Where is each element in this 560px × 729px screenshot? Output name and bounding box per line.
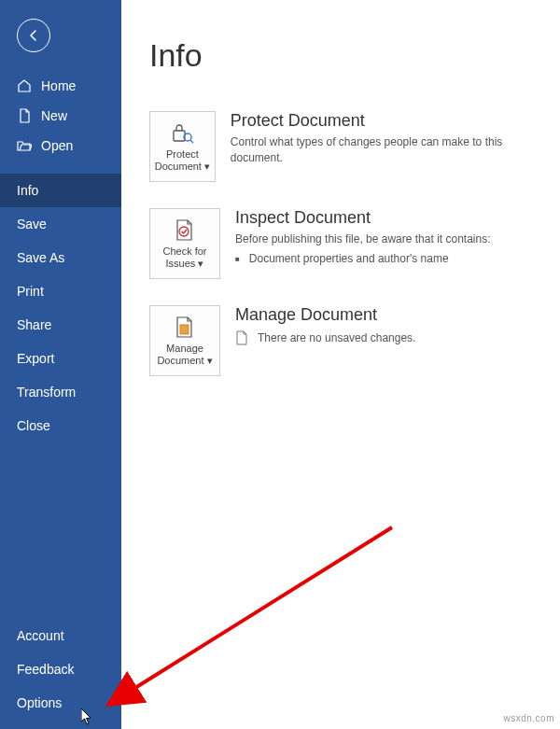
chevron-down-icon: ▾ — [204, 161, 210, 172]
folder-open-icon — [17, 138, 32, 153]
sidebar-item-label: New — [41, 108, 67, 123]
sidebar-item-label: Save — [17, 217, 47, 231]
sidebar-item-label: Export — [17, 351, 54, 366]
inspect-bullet-text: Document properties and author's name — [249, 251, 449, 267]
protect-document-section: Protect Document ▾ Protect Document Cont… — [149, 111, 532, 182]
document-manage-icon — [174, 315, 196, 340]
sidebar-item-label: Save As — [17, 250, 64, 265]
sidebar-item-label: Print — [17, 284, 44, 299]
sidebar-item-info[interactable]: Info — [0, 174, 121, 207]
page-title: Info — [149, 37, 532, 74]
sidebar-item-share[interactable]: Share — [0, 308, 121, 342]
sidebar-item-label: Home — [41, 78, 76, 93]
sidebar-item-label: Feedback — [17, 662, 74, 677]
manage-document-desc: There are no unsaved changes. — [235, 330, 415, 346]
chevron-down-icon: ▾ — [207, 355, 213, 366]
sidebar-item-home[interactable]: Home — [0, 71, 121, 101]
sidebar-item-label: Account — [17, 628, 64, 643]
document-check-icon — [174, 218, 196, 243]
sidebar-item-print[interactable]: Print — [0, 274, 121, 308]
document-small-icon — [235, 330, 248, 345]
protect-document-button[interactable]: Protect Document ▾ — [149, 111, 216, 182]
back-button[interactable] — [17, 19, 50, 52]
sidebar-item-close[interactable]: Close — [0, 409, 121, 442]
sidebar-item-label: Options — [17, 695, 62, 710]
svg-rect-4 — [180, 325, 189, 334]
sidebar-item-account[interactable]: Account — [0, 619, 121, 652]
sidebar-item-label: Open — [41, 138, 73, 153]
document-icon — [17, 108, 32, 123]
sidebar-item-open[interactable]: Open — [0, 131, 121, 161]
sidebar-item-export[interactable]: Export — [0, 342, 121, 375]
watermark-text: wsxdn.com — [503, 713, 554, 723]
sidebar-item-save-as[interactable]: Save As — [0, 241, 121, 274]
sidebar-item-options[interactable]: Options — [0, 686, 121, 720]
sidebar-item-feedback[interactable]: Feedback — [0, 652, 121, 686]
svg-line-2 — [190, 140, 193, 143]
protect-document-title: Protect Document — [231, 111, 532, 131]
manage-document-section: Manage Document ▾ Manage Document There … — [149, 305, 532, 376]
tile-label: Manage Document ▾ — [154, 343, 216, 366]
manage-document-title: Manage Document — [235, 305, 415, 325]
svg-rect-0 — [174, 131, 185, 141]
back-arrow-icon — [26, 28, 41, 43]
sidebar-item-label: Share — [17, 317, 51, 332]
tile-label: Protect Document ▾ — [154, 148, 211, 172]
lock-search-icon — [169, 121, 195, 146]
protect-document-desc: Control what types of changes people can… — [231, 134, 532, 166]
sidebar-item-label: Close — [17, 418, 50, 433]
svg-point-3 — [179, 227, 189, 236]
inspect-document-title: Inspect Document — [235, 208, 491, 228]
backstage-sidebar: Home New Open Info Save Save As Print Sh… — [0, 0, 121, 729]
manage-document-button[interactable]: Manage Document ▾ — [149, 305, 220, 376]
home-icon — [17, 78, 32, 93]
sidebar-item-save[interactable]: Save — [0, 207, 121, 241]
inspect-document-section: Check for Issues ▾ Inspect Document Befo… — [149, 208, 532, 279]
mouse-cursor-icon — [81, 708, 92, 725]
sidebar-item-label: Info — [17, 183, 38, 198]
bullet-icon: ■ — [235, 254, 240, 264]
sidebar-item-new[interactable]: New — [0, 101, 121, 131]
check-for-issues-button[interactable]: Check for Issues ▾ — [149, 208, 220, 279]
chevron-down-icon: ▾ — [198, 258, 203, 269]
inspect-document-desc: Before publishing this file, be aware th… — [235, 231, 491, 267]
sidebar-item-label: Transform — [17, 385, 76, 400]
sidebar-item-transform[interactable]: Transform — [0, 375, 121, 409]
tile-label: Check for Issues ▾ — [154, 245, 216, 269]
info-panel: Info Protect Document ▾ Protect Document… — [121, 0, 560, 729]
